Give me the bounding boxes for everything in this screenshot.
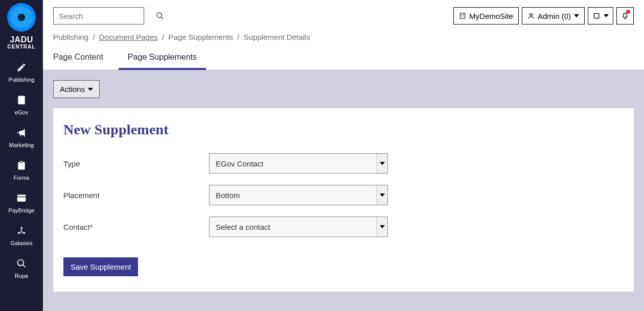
clipboard-icon bbox=[16, 159, 27, 172]
actions-label: Actions bbox=[60, 85, 85, 93]
notification-dot-icon bbox=[626, 10, 630, 14]
notifications-button[interactable] bbox=[616, 7, 634, 25]
user-icon bbox=[527, 12, 535, 19]
building-icon bbox=[16, 94, 27, 106]
svg-point-0 bbox=[20, 227, 22, 229]
chevron-down-icon bbox=[376, 217, 387, 236]
chevron-down-icon bbox=[604, 13, 609, 18]
contact-selected-value: Select a contact bbox=[210, 223, 376, 231]
credit-card-icon bbox=[16, 192, 27, 204]
chevron-down-icon bbox=[574, 13, 579, 18]
placement-label: Placement bbox=[63, 191, 209, 200]
brand-name: JADU bbox=[10, 36, 33, 44]
tabs: Page Content Page Supplements bbox=[43, 41, 644, 70]
bullhorn-icon bbox=[16, 127, 27, 139]
nav-label: Publishing bbox=[9, 77, 35, 83]
breadcrumb-item: Publishing bbox=[53, 33, 88, 41]
type-selected-value: EGov Contact bbox=[210, 159, 376, 168]
user-menu-button[interactable]: Admin (0) bbox=[522, 7, 585, 25]
breadcrumb-item: Supplement Details bbox=[244, 33, 310, 41]
type-label: Type bbox=[63, 159, 209, 168]
library-menu-button[interactable] bbox=[588, 7, 613, 25]
nav-label: Galaxies bbox=[11, 240, 33, 246]
nav-label: Forms bbox=[13, 175, 29, 181]
chevron-down-icon bbox=[376, 154, 387, 173]
site-icon bbox=[459, 12, 466, 19]
nav-forms[interactable]: Forms bbox=[0, 153, 43, 186]
nav-publishing[interactable]: Publishing bbox=[0, 55, 43, 88]
site-name: MyDemoSite bbox=[469, 12, 513, 20]
svg-point-4 bbox=[530, 13, 533, 16]
network-icon bbox=[16, 225, 27, 237]
panel-heading: New Supplement bbox=[63, 122, 624, 138]
row-placement: Placement Bottom bbox=[63, 185, 624, 205]
nav-label: PayBridge bbox=[9, 207, 35, 213]
nav-rupa[interactable]: Rupa bbox=[0, 251, 43, 284]
sidebar: JADU CENTRAL Publishing eGov Marketing F… bbox=[0, 0, 43, 311]
chevron-down-icon bbox=[88, 87, 93, 92]
tab-page-content[interactable]: Page Content bbox=[53, 53, 103, 69]
brand-logo: JADU CENTRAL bbox=[7, 3, 36, 50]
nav-egov[interactable]: eGov bbox=[0, 88, 43, 121]
nav-label: eGov bbox=[15, 109, 28, 115]
search-input[interactable] bbox=[59, 12, 156, 20]
nav-galaxies[interactable]: Galaxies bbox=[0, 219, 43, 251]
breadcrumb-link[interactable]: Document Pages bbox=[99, 33, 158, 41]
row-type: Type EGov Contact bbox=[63, 153, 624, 174]
main-region: MyDemoSite Admin (0) Pu bbox=[43, 0, 644, 311]
row-contact: Contact* Select a contact bbox=[63, 217, 624, 237]
contact-label: Contact* bbox=[63, 223, 209, 231]
user-label: Admin (0) bbox=[538, 12, 571, 20]
actions-button[interactable]: Actions bbox=[53, 80, 100, 98]
type-select[interactable]: EGov Contact bbox=[209, 153, 388, 174]
nav-marketing[interactable]: Marketing bbox=[0, 121, 43, 153]
breadcrumb-item: Page Supplements bbox=[168, 33, 233, 41]
brand-subtitle: CENTRAL bbox=[8, 44, 36, 50]
svg-point-1 bbox=[18, 232, 19, 234]
search-input-wrap[interactable] bbox=[53, 7, 144, 25]
search-icon bbox=[16, 257, 27, 270]
svg-point-2 bbox=[24, 232, 25, 234]
placement-selected-value: Bottom bbox=[210, 191, 376, 200]
site-selector-button[interactable]: MyDemoSite bbox=[453, 7, 519, 25]
contact-select[interactable]: Select a contact bbox=[209, 217, 388, 237]
save-supplement-button[interactable]: Save Supplement bbox=[63, 257, 138, 276]
nav-label: Marketing bbox=[9, 142, 34, 148]
topbar: MyDemoSite Admin (0) bbox=[43, 0, 644, 25]
svg-rect-3 bbox=[460, 13, 465, 19]
logo-icon bbox=[7, 3, 36, 32]
search-icon bbox=[156, 12, 164, 20]
book-icon bbox=[592, 12, 601, 20]
nav-paybridge[interactable]: PayBridge bbox=[0, 186, 43, 219]
breadcrumb: Publishing / Document Pages / Page Suppl… bbox=[43, 25, 644, 41]
pencil-icon bbox=[16, 61, 27, 74]
work-area: Actions New Supplement Type EGov Contact… bbox=[43, 70, 644, 311]
chevron-down-icon bbox=[376, 185, 387, 205]
nav-label: Rupa bbox=[15, 273, 28, 279]
placement-select[interactable]: Bottom bbox=[209, 185, 388, 205]
supplement-panel: New Supplement Type EGov Contact Placeme… bbox=[53, 108, 634, 292]
tab-page-supplements[interactable]: Page Supplements bbox=[119, 53, 206, 70]
